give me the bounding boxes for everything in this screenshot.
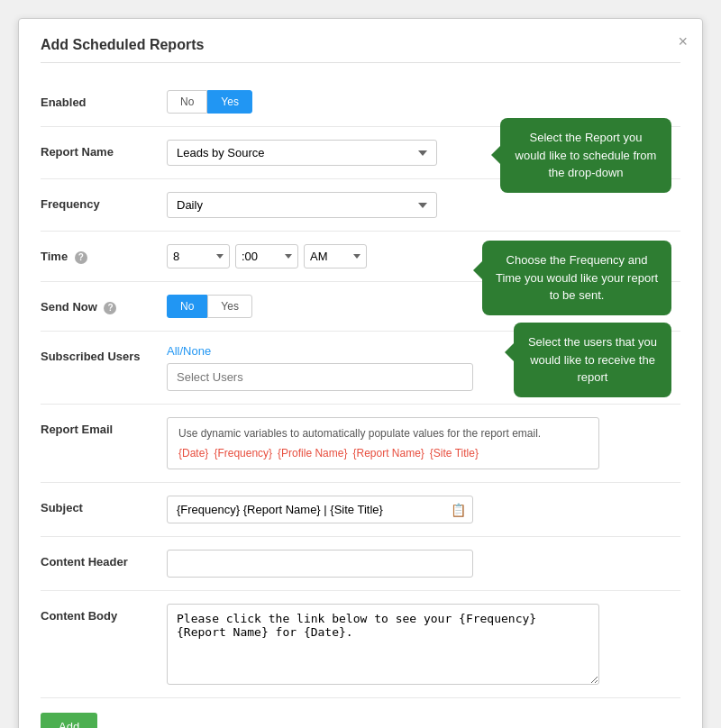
time-label: Time ? [41,244,167,264]
send-now-yes-button[interactable]: Yes [207,295,252,318]
frequency-controls: Daily Weekly Monthly [167,192,680,218]
dynamic-var-report-name[interactable]: {Report Name} [352,447,424,460]
dynamic-var-frequency[interactable]: {Frequency} [214,447,272,460]
report-email-controls: Use dynamic variables to automatically p… [167,417,680,469]
report-name-select[interactable]: Leads by Source Leads Source Other Repor… [167,140,437,166]
subject-row: Subject 📋 [41,483,680,537]
add-button[interactable]: Add [41,713,97,728]
send-now-label: Send Now ? [41,295,167,314]
report-email-label: Report Email [41,417,167,436]
add-scheduled-reports-dialog: Add Scheduled Reports × Enabled No Yes R… [18,18,703,728]
enabled-label: Enabled [41,90,167,109]
subscribed-users-row: Subscribed Users All/None Select the use… [41,332,680,405]
content-header-label: Content Header [41,550,167,569]
frequency-label: Frequency [41,192,167,211]
select-users-input[interactable] [167,363,473,391]
tooltip-report: Select the Report you would like to sche… [500,118,671,193]
close-button[interactable]: × [678,33,688,50]
minute-select[interactable]: :00:15:30:45 [235,244,298,268]
dynamic-var-date[interactable]: {Date} [178,447,208,460]
subscribed-users-label: Subscribed Users [41,344,167,363]
subject-input-wrapper: 📋 [167,496,473,523]
content-header-input[interactable]: {Profile Name} {Frequency} {Report Name}… [167,550,473,578]
tooltip-users: Select the users that you would like to … [514,323,671,397]
ampm-select[interactable]: AMPM [304,244,367,268]
report-email-desc: Use dynamic variables to automatically p… [178,427,588,440]
content-header-row: Content Header {Profile Name} {Frequency… [41,537,680,591]
subject-label: Subject [41,496,167,514]
time-row: Time ? 8123 4567 9101112 :00:15:30:45 AM… [41,232,680,282]
content-body-label: Content Body [41,604,167,623]
dynamic-var-profile-name[interactable]: {Profile Name} [278,447,347,460]
send-now-help-icon[interactable]: ? [104,302,116,314]
subject-input[interactable] [167,496,473,523]
footer: Add [41,698,680,728]
send-now-no-button[interactable]: No [167,295,207,318]
content-body-controls: Please click the link below to see your … [167,604,680,685]
dynamic-var-site-title[interactable]: {Site Title} [430,447,479,460]
frequency-select[interactable]: Daily Weekly Monthly [167,192,437,218]
tooltip-frequency: Choose the Frequency and Time you would … [482,241,671,315]
calendar-icon: 📋 [451,503,466,517]
enabled-toggle-group: No Yes [167,90,680,114]
report-email-box: Use dynamic variables to automatically p… [167,417,599,469]
dynamic-vars: {Date} {Frequency} {Profile Name} {Repor… [178,447,588,460]
enabled-controls: No Yes [167,90,680,114]
report-email-row: Report Email Use dynamic variables to au… [41,405,680,483]
enabled-no-button[interactable]: No [167,90,207,114]
subject-controls: 📋 [167,496,680,523]
dialog-title: Add Scheduled Reports [41,37,680,63]
time-help-icon[interactable]: ? [75,251,87,264]
enabled-yes-button[interactable]: Yes [207,90,252,114]
report-name-label: Report Name [41,140,167,159]
content-body-textarea[interactable]: Please click the link below to see your … [167,604,599,685]
hour-select[interactable]: 8123 4567 9101112 [167,244,230,268]
report-name-row: Report Name Leads by Source Leads Source… [41,127,680,179]
content-body-row: Content Body Please click the link below… [41,591,680,698]
content-header-controls: {Profile Name} {Frequency} {Report Name}… [167,550,680,578]
